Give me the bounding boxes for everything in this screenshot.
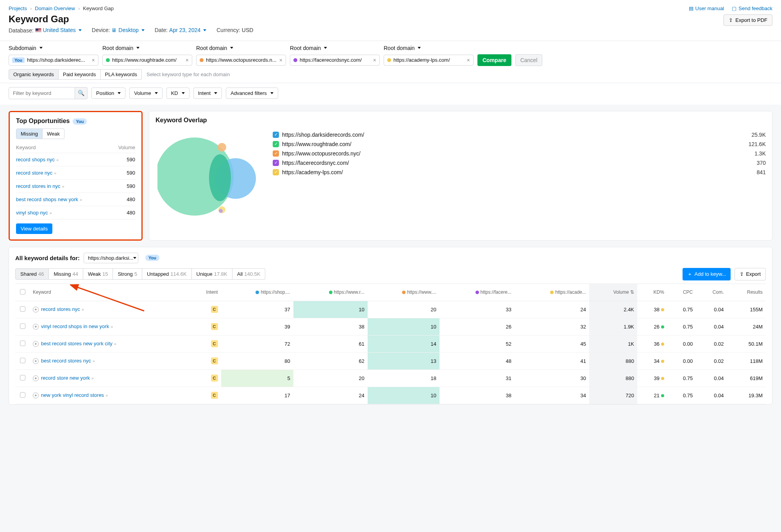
- col-cpc[interactable]: CPC: [667, 284, 696, 301]
- intent-badge: C: [211, 323, 218, 330]
- domain-input[interactable]: https://facerecordsnyc.com/×: [290, 55, 380, 66]
- legend-checkbox[interactable]: ✓: [273, 141, 279, 147]
- col-domain[interactable]: https://www....: [368, 284, 440, 301]
- row-checkbox[interactable]: [20, 358, 25, 363]
- domain-type-selector[interactable]: Root domain: [384, 45, 474, 51]
- row-checkbox[interactable]: [20, 341, 25, 346]
- domain-type-selector[interactable]: Root domain: [290, 45, 380, 51]
- col-volume[interactable]: Volume ⇅: [589, 284, 637, 301]
- position-filter[interactable]: Position: [91, 87, 125, 99]
- domain-input[interactable]: Youhttps://shop.darksiderec...×: [9, 55, 98, 66]
- legend-label: https://www.roughtrade.com/: [282, 141, 351, 147]
- col-kd[interactable]: KD%: [637, 284, 667, 301]
- search-button[interactable]: 🔍: [75, 87, 88, 99]
- row-checkbox[interactable]: [20, 323, 25, 329]
- position-value: 18: [368, 370, 440, 387]
- close-icon[interactable]: ×: [92, 57, 95, 63]
- expand-icon[interactable]: +: [33, 341, 39, 347]
- keyword-link[interactable]: vinyl shop nyc: [16, 210, 48, 216]
- col-domain[interactable]: https://facere...: [440, 284, 515, 301]
- detail-tab[interactable]: Strong5: [113, 268, 142, 280]
- select-all-checkbox[interactable]: [20, 289, 25, 295]
- filter-keyword-input[interactable]: [9, 87, 75, 99]
- detail-tab[interactable]: Weak15: [83, 268, 113, 280]
- detail-tab[interactable]: Unique17.8K: [192, 268, 232, 280]
- domain-input[interactable]: https://academy-lps.com/×: [384, 55, 474, 66]
- double-chevron-icon: »: [91, 376, 94, 380]
- legend-checkbox[interactable]: ✓: [273, 150, 279, 157]
- expand-icon[interactable]: +: [33, 324, 39, 330]
- position-value: 24: [515, 301, 589, 318]
- col-domain[interactable]: https://www.r...: [293, 284, 368, 301]
- col-domain[interactable]: https://acade...: [515, 284, 589, 301]
- breadcrumb: Projects › Domain Overview › Keyword Gap: [9, 5, 253, 11]
- keyword-link[interactable]: record store nyc: [16, 170, 52, 176]
- cancel-button[interactable]: Cancel: [515, 54, 543, 66]
- detail-tab[interactable]: Missing44: [49, 268, 83, 280]
- keyword-link[interactable]: best record stores nyc: [41, 358, 91, 364]
- keyword-link[interactable]: vinyl record shops in new york: [41, 323, 109, 329]
- col-keyword[interactable]: Keyword: [30, 284, 189, 301]
- export-button[interactable]: ⇪Export: [735, 268, 766, 280]
- expand-icon[interactable]: +: [33, 393, 39, 398]
- keyword-link[interactable]: best record shops new york: [16, 196, 78, 202]
- keyword-link[interactable]: record shops nyc: [16, 157, 55, 162]
- close-icon[interactable]: ×: [373, 57, 376, 63]
- detail-tab[interactable]: Untapped114.6K: [142, 268, 192, 280]
- tab-missing[interactable]: Missing: [16, 129, 43, 139]
- keyword-link[interactable]: best record stores new york city: [41, 341, 113, 346]
- add-to-keywords-button[interactable]: ＋Add to keyw...: [683, 268, 731, 280]
- tab-organic-keywords[interactable]: Organic keywords: [9, 69, 59, 80]
- compare-button[interactable]: Compare: [477, 54, 511, 66]
- domain-type-selector[interactable]: Root domain: [196, 45, 286, 51]
- table-row: +best record stores nyc» C 8062134841 88…: [15, 352, 766, 370]
- volume-filter[interactable]: Volume: [129, 87, 162, 99]
- keyword-link[interactable]: record stores nyc: [41, 306, 80, 312]
- legend-checkbox[interactable]: ✓: [273, 132, 279, 138]
- device-selector[interactable]: 🖥Desktop: [111, 27, 144, 33]
- keyword-link[interactable]: record store new york: [41, 375, 90, 381]
- legend-checkbox[interactable]: ✓: [273, 169, 279, 175]
- export-pdf-button[interactable]: ⇪Export to PDF: [724, 14, 772, 26]
- breadcrumb-domain-overview[interactable]: Domain Overview: [35, 5, 75, 11]
- intent-filter[interactable]: Intent: [193, 87, 222, 99]
- keyword-link[interactable]: record stores in nyc: [16, 183, 60, 189]
- row-checkbox[interactable]: [20, 306, 25, 312]
- detail-tab[interactable]: All140.5K: [232, 268, 266, 280]
- intent-badge: C: [211, 375, 218, 382]
- close-icon[interactable]: ×: [467, 57, 470, 63]
- view-details-button[interactable]: View details: [16, 223, 52, 234]
- domain-type-selector[interactable]: Root domain: [102, 45, 192, 51]
- kd-dot-icon: [661, 325, 664, 328]
- detail-tab[interactable]: Shared46: [15, 268, 49, 280]
- tab-pla-keywords[interactable]: PLA keywords: [101, 69, 142, 80]
- row-checkbox[interactable]: [20, 392, 25, 398]
- details-domain-selector[interactable]: https://shop.darksi...: [84, 253, 138, 263]
- kd-dot-icon: [661, 394, 664, 397]
- close-icon[interactable]: ×: [279, 57, 282, 63]
- expand-icon[interactable]: +: [33, 375, 39, 381]
- legend-checkbox[interactable]: ✓: [273, 160, 279, 166]
- domain-input[interactable]: https://www.roughtrade.com/×: [102, 55, 192, 66]
- expand-icon[interactable]: +: [33, 307, 39, 312]
- domain-input[interactable]: https://www.octopusrecords.n...×: [196, 55, 286, 66]
- expand-icon[interactable]: +: [33, 358, 39, 364]
- double-chevron-icon: »: [111, 324, 113, 329]
- advanced-filters[interactable]: Advanced filters: [226, 87, 278, 99]
- domain-type-selector[interactable]: Subdomain: [9, 45, 98, 51]
- db-selector[interactable]: United States: [35, 27, 82, 33]
- col-results[interactable]: Results: [727, 284, 766, 301]
- close-icon[interactable]: ×: [186, 57, 189, 63]
- user-manual-link[interactable]: ▤User manual: [689, 5, 724, 11]
- send-feedback-link[interactable]: ▢Send feedback: [732, 5, 772, 11]
- tab-weak[interactable]: Weak: [43, 129, 64, 139]
- date-selector[interactable]: Apr 23, 2024: [169, 27, 206, 33]
- breadcrumb-projects[interactable]: Projects: [9, 5, 27, 11]
- col-domain[interactable]: https://shop....: [221, 284, 293, 301]
- col-intent[interactable]: Intent: [189, 284, 221, 301]
- kd-filter[interactable]: KD: [166, 87, 189, 99]
- col-com[interactable]: Com.: [696, 284, 727, 301]
- tab-paid-keywords[interactable]: Paid keywords: [59, 69, 101, 80]
- row-checkbox[interactable]: [20, 375, 25, 380]
- keyword-link[interactable]: new york vinyl record stores: [41, 392, 104, 398]
